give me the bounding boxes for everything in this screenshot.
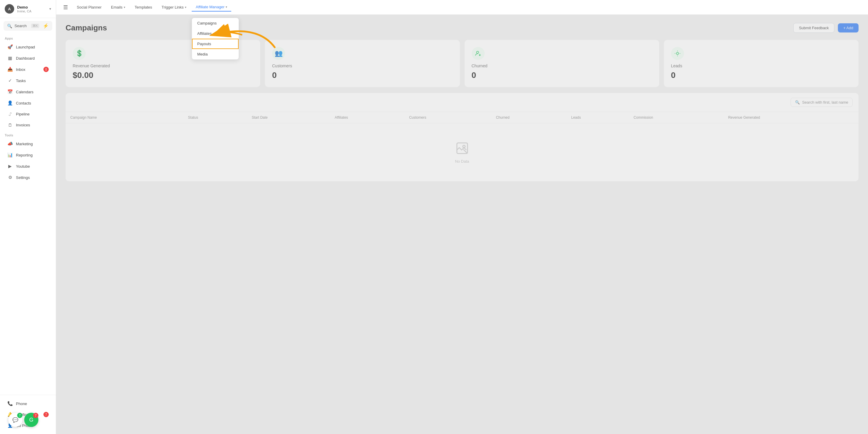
col-affiliates: Affiliates — [330, 112, 404, 123]
col-leads: Leads — [566, 112, 629, 123]
search-label: Search — [14, 24, 29, 28]
dropdown-item-campaigns[interactable]: Campaigns — [192, 18, 239, 28]
revenue-label: Revenue Generated — [73, 63, 253, 68]
topnav-label: Trigger Links — [161, 5, 184, 9]
sidebar-item-label: Invoices — [16, 123, 30, 127]
col-start-date: Start Date — [247, 112, 330, 123]
sidebar-item-label: Marketing — [16, 142, 33, 146]
lightning-icon: ⚡ — [43, 23, 49, 29]
sidebar-item-pipeline[interactable]: ⑀ Pipeline — [2, 109, 54, 119]
sidebar-item-label: Reporting — [16, 153, 32, 157]
notif-badge: 7 — [33, 413, 38, 418]
no-data-label: No Data — [455, 159, 469, 163]
profile-widget[interactable]: G 7 — [24, 413, 38, 427]
chat-widget[interactable]: 💬 7 — [8, 413, 23, 427]
contacts-icon: 👤 — [7, 100, 13, 106]
campaigns-table: 🔍 Search with first, last name Campaign … — [66, 93, 859, 181]
sidebar-item-inbox[interactable]: 📥 Inbox 0 — [2, 64, 54, 75]
topnav-affiliate-manager[interactable]: Affiliate Manager ▾ Campaigns Affiliates… — [192, 3, 231, 11]
leads-icon — [671, 47, 684, 60]
search-icon: 🔍 — [795, 100, 800, 104]
table-search-bar: 🔍 Search with first, last name — [66, 93, 859, 112]
chevron-down-icon: ▾ — [226, 5, 227, 8]
chevron-down-icon: ▾ — [49, 7, 51, 11]
search-button[interactable]: 🔍 Search ⌘K ⚡ — [4, 21, 52, 31]
sidebar-item-reporting[interactable]: 📊 Reporting — [2, 150, 54, 160]
topnav-label: Affiliate Manager — [196, 5, 224, 9]
youtube-icon: ▶ — [7, 163, 13, 169]
dropdown-item-payouts[interactable]: Payouts — [192, 39, 239, 49]
settings-icon: ⚙ — [7, 175, 13, 180]
page-header: Campaigns Submit Feedback + Add — [66, 23, 859, 33]
col-campaign-name: Campaign Name — [66, 112, 183, 123]
chat-badge: 7 — [17, 413, 23, 418]
col-revenue-generated: Revenue Generated — [723, 112, 859, 123]
topnav-emails[interactable]: Emails ▾ — [107, 3, 129, 11]
leads-label: Leads — [671, 63, 851, 68]
sidebar-item-calendars[interactable]: 📅 Calendars — [2, 87, 54, 97]
col-status: Status — [183, 112, 247, 123]
col-customers: Customers — [404, 112, 491, 123]
inbox-icon: 📥 — [7, 67, 13, 72]
stat-card-leads: Leads 0 — [664, 40, 859, 87]
user-info: Demo Irvine, CA — [17, 5, 46, 13]
sidebar-item-label: Contacts — [16, 101, 31, 105]
sidebar-item-youtube[interactable]: ▶ Youtube — [2, 161, 54, 172]
churned-icon — [472, 47, 485, 60]
sidebar-item-invoices[interactable]: 🗒 Invoices — [2, 120, 54, 130]
sidebar-item-phone[interactable]: 📞 Phone — [2, 398, 54, 409]
sidebar-item-label: Youtube — [16, 164, 30, 168]
calendars-icon: 📅 — [7, 89, 13, 94]
sidebar-item-tasks[interactable]: ✓ Tasks — [2, 75, 54, 86]
search-icon: 🔍 — [7, 24, 12, 28]
header-actions: Submit Feedback + Add — [793, 23, 859, 33]
sidebar-item-contacts[interactable]: 👤 Contacts — [2, 98, 54, 108]
sidebar-item-label: Inbox — [16, 67, 25, 72]
dashboard-icon: ▦ — [7, 56, 13, 61]
tasks-icon: ✓ — [7, 78, 13, 83]
table-search-input[interactable]: 🔍 Search with first, last name — [790, 98, 852, 107]
add-button[interactable]: + Add — [838, 23, 859, 32]
chevron-down-icon: ▾ — [185, 6, 186, 9]
sidebar-item-settings[interactable]: ⚙ Settings — [2, 172, 54, 183]
sidebar-item-label: Settings — [16, 175, 30, 180]
svg-point-0 — [476, 51, 478, 54]
profile-initial: G — [29, 417, 33, 423]
sidebar-item-launchpad[interactable]: 🚀 Launchpad — [2, 42, 54, 52]
inbox-badge: 0 — [43, 67, 49, 72]
topnav-templates[interactable]: Templates — [130, 3, 156, 11]
user-name: Demo — [17, 5, 46, 9]
phone-icon: 📞 — [7, 401, 13, 406]
sidebar-item-marketing[interactable]: 📣 Marketing — [2, 138, 54, 149]
sidebar-item-label: Launchpad — [16, 45, 35, 49]
sidebar-item-label: Pipeline — [16, 112, 30, 116]
reporting-icon: 📊 — [7, 152, 13, 158]
col-commission: Commission — [629, 112, 723, 123]
notifications-badge: 7 — [43, 412, 49, 417]
sidebar-user[interactable]: A Demo Irvine, CA ▾ — [0, 0, 56, 18]
topnav: ☰ Social Planner Emails ▾ Templates Trig… — [56, 0, 868, 15]
churned-label: Churned — [472, 63, 652, 68]
topnav-social-planner[interactable]: Social Planner — [73, 3, 106, 11]
menu-icon[interactable]: ☰ — [63, 4, 68, 11]
svg-point-1 — [676, 52, 678, 54]
leads-value: 0 — [671, 70, 851, 80]
sidebar-item-dashboard[interactable]: ▦ Dashboard — [2, 53, 54, 63]
chevron-down-icon: ▾ — [124, 6, 125, 9]
revenue-icon: 💲 — [73, 47, 86, 60]
user-location: Irvine, CA — [17, 9, 46, 13]
tools-section-label: Tools — [0, 130, 56, 138]
customers-label: Customers — [272, 63, 453, 68]
submit-feedback-button[interactable]: Submit Feedback — [793, 23, 834, 33]
stat-cards: 💲 Revenue Generated $0.00 👥 Customers 0 … — [66, 40, 859, 87]
marketing-icon: 📣 — [7, 141, 13, 147]
affiliate-manager-dropdown: Campaigns Affiliates Payouts Media — [192, 18, 239, 60]
no-data-icon — [455, 141, 469, 156]
sidebar: A Demo Irvine, CA ▾ 🔍 Search ⌘K ⚡ Apps 🚀… — [0, 0, 56, 434]
dropdown-item-media[interactable]: Media — [192, 49, 239, 59]
chat-icon: 💬 — [12, 417, 18, 423]
search-shortcut: ⌘K — [31, 24, 39, 28]
topnav-trigger-links[interactable]: Trigger Links ▾ — [157, 3, 190, 11]
topnav-label: Templates — [135, 5, 152, 9]
dropdown-item-affiliates[interactable]: Affiliates — [192, 28, 239, 39]
